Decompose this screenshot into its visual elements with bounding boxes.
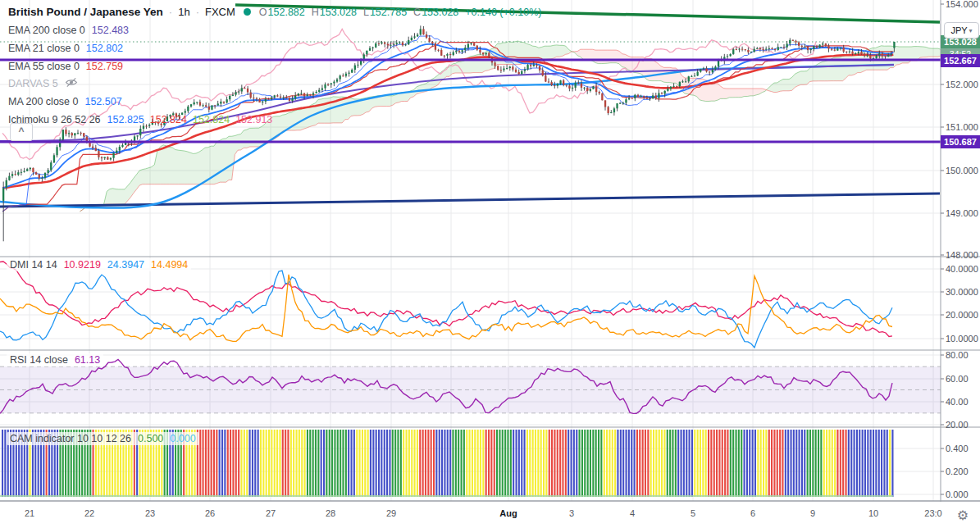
legend-row-ichimoku[interactable]: Ichimoku 9 26 52 26152.825152.824152.824… <box>8 113 272 126</box>
price-tick-label: 10.0000 <box>946 334 978 344</box>
level-price-badge: 150.687 <box>941 135 980 148</box>
price-tick-label: 40.00 <box>946 397 969 407</box>
price-tick-label: 80.00 <box>946 350 969 360</box>
eye-off-icon <box>65 77 78 88</box>
legend-row-name: EMA 55 close 0 <box>8 61 80 72</box>
legend-row-ema[interactable]: EMA 55 close 0152.759 <box>8 60 123 73</box>
legend-value: 152.824 <box>193 114 230 125</box>
legend-row-name: EMA 200 close 0 <box>8 25 85 36</box>
legend-value: 152.759 <box>86 61 123 72</box>
symbol-title-part: British Pound / Japanese Yen <box>8 6 163 18</box>
legend-row-name: EMA 21 close 0 <box>8 43 80 54</box>
ohlc-values: O152.882H153.028L152.785C153.028+0.146 (… <box>259 7 542 18</box>
time-tick-label: 6 <box>750 508 755 518</box>
time-tick-label: Aug <box>499 508 517 518</box>
pane-value: 61.13 <box>75 354 100 366</box>
price-tick-label: 151.000 <box>946 122 978 132</box>
currency-unit-dropdown[interactable]: JPY ▾ <box>944 22 979 39</box>
price-tick-label: 0.400 <box>946 444 969 453</box>
legend-row-darvas[interactable]: DARVAS 5 <box>8 77 84 90</box>
pane-value: 14.4994 <box>151 259 188 271</box>
price-tick-label: 60.00 <box>946 374 969 384</box>
time-tick-label: 28 <box>326 508 335 518</box>
chevron-up-icon: ^ <box>18 125 24 137</box>
time-tick-label: 23:0 <box>924 508 941 518</box>
time-axis[interactable]: 21222326272829Aug345691023:0 <box>0 502 980 528</box>
time-tick-label: 4 <box>630 508 635 518</box>
legend-row-ma[interactable]: MA 200 close 0152.507 <box>8 95 122 108</box>
ohlc-value: 153.028 <box>422 7 458 18</box>
legend-value: 152.825 <box>107 114 144 125</box>
market-status-dot[interactable] <box>244 8 251 16</box>
ohlc-label: O <box>259 7 267 18</box>
legend-value: 152.483 <box>92 25 129 36</box>
eye-off-icon-wrap[interactable] <box>65 77 78 90</box>
pane-name: CAM indicator 10 10 12 26 <box>10 433 131 444</box>
title-separator: · <box>196 6 199 18</box>
price-tick-label: 150.000 <box>946 166 978 175</box>
legend-value: 152.913 <box>235 114 272 125</box>
legend-row-ema[interactable]: EMA 21 close 0152.802 <box>8 42 123 55</box>
chevron-down-icon: ▾ <box>969 27 973 34</box>
collapse-pane-button[interactable]: ^ <box>10 123 33 141</box>
currency-unit-label: JPY <box>950 25 967 35</box>
price-change: +0.146 (+0.10%) <box>465 7 541 18</box>
time-tick-label: 22 <box>84 508 94 518</box>
time-tick-label: 21 <box>25 508 34 518</box>
ohlc-label: L <box>363 7 369 18</box>
symbol-title-part: 1h <box>178 6 189 18</box>
pane-label-cam[interactable]: CAM indicator 10 10 12 260.5000.000 <box>7 432 199 445</box>
pane-value: 10.9219 <box>64 259 101 271</box>
legend-value: 152.824 <box>150 114 187 125</box>
price-tick-label: 148.000 <box>946 250 978 260</box>
price-tick-label: 40.0000 <box>946 264 978 274</box>
price-tick-label: 149.000 <box>946 208 978 218</box>
time-tick-label: 26 <box>205 508 215 518</box>
price-tick-label: 30.0000 <box>946 287 978 297</box>
ohlc-value: 152.882 <box>268 7 305 18</box>
ohlc-label: C <box>413 7 421 18</box>
symbol-title-row[interactable]: British Pound / Japanese Yen·1h·FXCMO152… <box>8 6 541 18</box>
legend-row-name: MA 200 close 0 <box>8 96 78 107</box>
price-tick-label: 154.000 <box>946 0 978 9</box>
gear-glyph: ⚙ <box>957 508 969 522</box>
pane-label-rsi[interactable]: RSI 14 close61.13 <box>7 353 103 366</box>
pane-name: RSI 14 close <box>10 354 68 366</box>
price-tick-label: 152.000 <box>946 80 978 89</box>
pane-label-dmi[interactable]: DMI 14 1410.921924.394714.4994 <box>7 258 191 271</box>
pane-value: 0.000 <box>170 433 195 444</box>
price-tick-label: 20.00 <box>946 420 969 430</box>
pane-name: DMI 14 14 <box>10 259 57 271</box>
settings-gear-icon[interactable]: ⚙ <box>950 506 975 526</box>
ohlc-value: 152.785 <box>370 7 407 18</box>
time-tick-label: 3 <box>569 508 574 518</box>
time-tick-label: 29 <box>386 508 396 518</box>
level-price-badge: 152.667 <box>941 54 980 67</box>
price-tick-label: 20.0000 <box>946 310 978 320</box>
time-tick-label: 10 <box>868 508 878 518</box>
legend-value: 152.507 <box>84 96 121 107</box>
time-tick-label: 9 <box>810 508 815 518</box>
title-separator: · <box>169 6 172 18</box>
pane-value: 0.500 <box>138 433 163 444</box>
legend-value: 152.802 <box>86 43 123 54</box>
legend-row-ema[interactable]: EMA 200 close 0152.483 <box>8 24 129 37</box>
symbol-title-part: FXCM <box>205 6 235 18</box>
legend-row-name: DARVAS 5 <box>8 78 58 89</box>
ohlc-value: 153.028 <box>320 7 357 18</box>
price-tick-label: 0.200 <box>946 467 969 476</box>
pane-value: 24.3947 <box>107 259 144 271</box>
ohlc-label: H <box>312 7 319 18</box>
time-tick-label: 5 <box>691 508 695 518</box>
price-tick-label: 0.000 <box>946 489 969 499</box>
time-tick-label: 23 <box>145 508 155 518</box>
time-tick-label: 27 <box>266 508 276 518</box>
